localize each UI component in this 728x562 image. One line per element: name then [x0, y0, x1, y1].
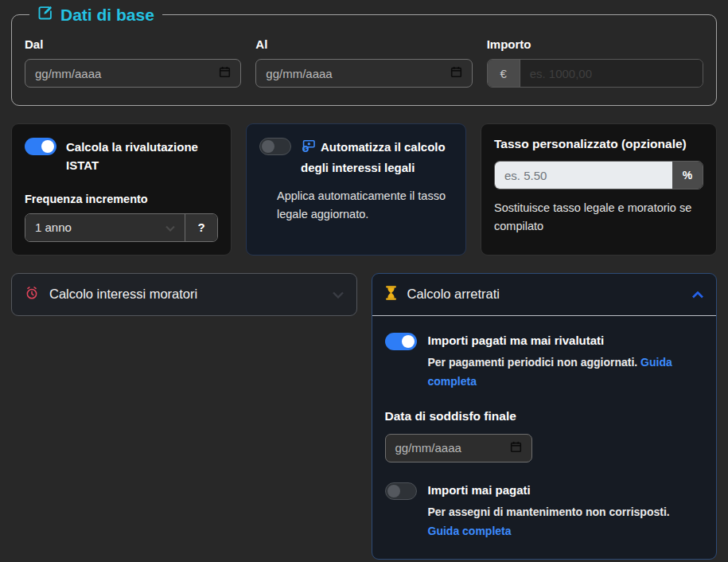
paid-not-revalued-label: Importi pagati ma mai rivalutati [428, 332, 704, 349]
custom-rate-input[interactable] [495, 162, 672, 189]
percent-suffix: % [672, 162, 703, 189]
alarm-clock-icon [25, 286, 39, 303]
chevron-down-icon [333, 287, 344, 302]
option-paid-not-revalued: Importi pagati ma mai rivalutati Per pag… [385, 332, 704, 392]
custom-rate-input-group: % [494, 161, 703, 189]
importo-label: Importo [487, 37, 703, 51]
card-custom-rate: Tasso personalizzato (opzionale) % Sosti… [481, 123, 717, 256]
calculator-form: Dati di base Dal gg/mm/aaaa Al [0, 0, 728, 560]
importo-input[interactable]: es. 1000,00 [520, 60, 703, 87]
final-date-input[interactable]: gg/mm/aaaa [385, 434, 532, 462]
final-date-placeholder: gg/mm/aaaa [395, 441, 461, 455]
al-label: Al [255, 37, 472, 51]
auto-legal-toggle[interactable] [259, 138, 291, 155]
frequency-label: Frequenza incremento [25, 193, 218, 205]
auto-legal-description: Applica automaticamente il tasso legale … [277, 187, 453, 224]
dal-date-input[interactable]: gg/mm/aaaa [25, 59, 241, 88]
frequency-select-group: 1 anno ? [25, 213, 218, 242]
never-paid-description: Per assegni di mantenimento non corrispo… [428, 502, 704, 541]
base-data-title: Dati di base [60, 6, 154, 25]
card-istat: Calcola la rivalutazione ISTAT Frequenza… [11, 123, 232, 256]
frequency-help-button[interactable]: ? [185, 214, 217, 241]
arretrati-body: Importi pagati ma mai rivalutati Per pag… [372, 316, 717, 559]
euro-prefix: € [488, 60, 520, 87]
card-auto-legal: $ Automatizza il calcolo degli interessi… [246, 123, 466, 256]
field-dal: Dal gg/mm/aaaa [25, 37, 241, 88]
arretrati-header[interactable]: Calcolo arretrati [372, 274, 717, 316]
paid-not-revalued-toggle[interactable] [385, 333, 417, 350]
toggle-knob [402, 335, 415, 348]
moratori-header[interactable]: Calcolo interessi moratori [12, 274, 356, 315]
importo-placeholder: es. 1000,00 [530, 67, 592, 80]
hourglass-icon [385, 286, 397, 303]
never-paid-label: Importi mai pagati [428, 482, 704, 498]
dal-label: Dal [25, 37, 241, 51]
custom-rate-title: Tasso personalizzato (opzionale) [494, 137, 703, 151]
chevron-down-icon [165, 221, 175, 234]
calendar-icon[interactable] [510, 441, 522, 455]
paid-not-revalued-description: Per pagamenti periodici non aggiornati. … [428, 353, 704, 392]
toggle-knob [262, 140, 274, 153]
toggle-knob [387, 485, 400, 498]
base-data-legend: Dati di base [29, 5, 162, 25]
auto-legal-toggle-label: $ Automatizza il calcolo degli interessi… [301, 137, 453, 178]
panel-interessi-moratori: Calcolo interessi moratori [11, 273, 357, 316]
final-date-label: Data di soddisfo finale [385, 409, 704, 423]
istat-toggle-label: Calcola la rivalutazione ISTAT [66, 137, 218, 175]
field-al: Al gg/mm/aaaa [255, 37, 472, 88]
frequency-selected-value: 1 anno [35, 221, 72, 234]
svg-text:$: $ [304, 146, 307, 151]
edit-icon [37, 5, 53, 25]
al-date-input[interactable]: gg/mm/aaaa [255, 59, 472, 88]
panel-calcolo-arretrati: Calcolo arretrati Importi pagati ma mai … [372, 273, 718, 560]
istat-toggle[interactable] [25, 138, 56, 155]
field-importo: Importo € es. 1000,00 [487, 37, 703, 88]
chevron-up-icon [692, 287, 703, 302]
money-exchange-icon: $ [301, 139, 316, 158]
frequency-select[interactable]: 1 anno [25, 214, 185, 241]
calendar-icon[interactable] [219, 66, 231, 80]
custom-rate-description: Sostituisce tasso legale e moratorio se … [494, 199, 703, 236]
calendar-icon[interactable] [450, 66, 462, 80]
dal-placeholder: gg/mm/aaaa [35, 67, 101, 80]
arretrati-title: Calcolo arretrati [407, 287, 500, 302]
base-data-section: Dati di base Dal gg/mm/aaaa Al [11, 5, 717, 106]
auto-legal-label-text: Automatizza il calcolo degli interessi l… [301, 140, 446, 174]
guida-completa-link[interactable]: Guida completa [428, 525, 512, 537]
paid-not-revalued-description-text: Per pagamenti periodici non aggiornati. [428, 356, 641, 369]
toggle-knob [41, 140, 54, 153]
moratori-title: Calcolo interessi moratori [49, 287, 197, 302]
option-never-paid: Importi mai pagati Per assegni di manten… [385, 482, 704, 541]
importo-input-group: € es. 1000,00 [487, 59, 703, 88]
never-paid-toggle[interactable] [385, 482, 417, 500]
never-paid-description-text: Per assegni di mantenimento non corrispo… [428, 505, 670, 518]
al-placeholder: gg/mm/aaaa [266, 67, 332, 80]
